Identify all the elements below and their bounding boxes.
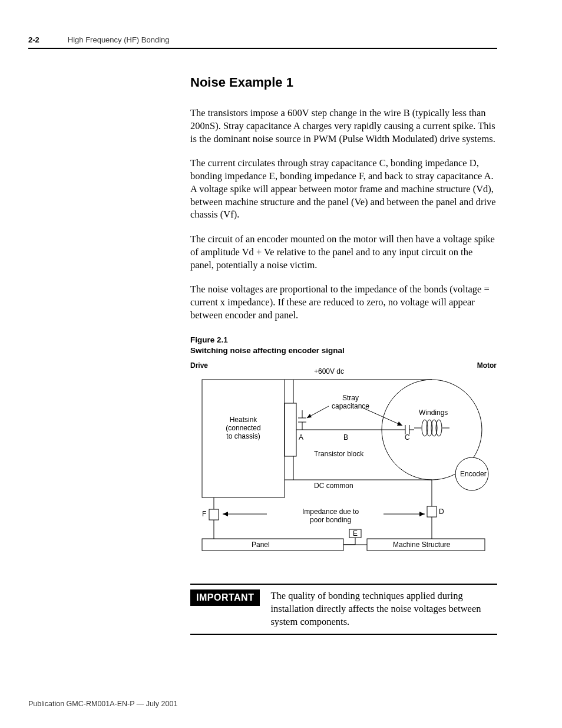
svg-rect-28: [427, 506, 437, 517]
svg-rect-31: [202, 539, 343, 551]
figure-caption-line1: Figure 2.1: [190, 335, 497, 345]
label-F: F: [202, 510, 206, 519]
figure-caption: Figure 2.1 Switching noise affecting enc…: [190, 335, 497, 356]
paragraph-2: The current circulates through stray cap…: [190, 157, 497, 221]
important-text: The quality of bonding techniques applie…: [270, 589, 497, 628]
paragraph-4: The noise voltages are proportional to t…: [190, 283, 497, 321]
label-A: A: [299, 434, 303, 442]
label-drive: Drive: [190, 362, 208, 370]
label-impedance: Impedance due to poor bonding: [302, 508, 359, 525]
label-B: B: [343, 434, 348, 442]
label-heatsink: Heatsink (connected to chassis): [220, 416, 267, 440]
label-machine: Machine Structure: [393, 541, 450, 549]
paragraph-1: The transistors impose a 600V step chang…: [190, 107, 497, 145]
label-stray: Stray capacitance: [332, 394, 369, 411]
svg-rect-1: [285, 403, 296, 456]
label-motor: Motor: [477, 362, 497, 370]
label-transistor: Transistor block: [314, 450, 363, 459]
label-600v: +600V dc: [314, 368, 344, 376]
important-tag: IMPORTANT: [190, 589, 260, 606]
header-rule: [28, 48, 497, 49]
figure-diagram: Drive Motor +600V dc Stray capacitance W…: [190, 362, 497, 562]
footer-publication: Publication GMC-RM001A-EN-P — July 2001: [28, 700, 177, 708]
svg-rect-30: [209, 509, 219, 520]
svg-marker-40: [419, 512, 425, 516]
header-title: High Frequency (HF) Bonding: [68, 35, 170, 44]
important-block: IMPORTANT The quality of bonding techniq…: [190, 584, 497, 635]
label-E: E: [353, 530, 358, 538]
label-panel: Panel: [252, 541, 270, 549]
label-D: D: [439, 508, 444, 516]
label-windings: Windings: [419, 409, 448, 417]
page-number: 2-2: [28, 35, 39, 44]
label-encoder: Encoder: [460, 470, 487, 479]
figure-caption-line2: Switching noise affecting encoder signal: [190, 345, 497, 356]
diagram-svg: [190, 362, 497, 562]
svg-marker-38: [223, 512, 228, 516]
label-C: C: [405, 434, 410, 442]
paragraph-3: The circuit of an encoder mounted on the…: [190, 233, 497, 271]
label-dccommon: DC common: [314, 482, 353, 490]
section-heading: Noise Example 1: [190, 75, 497, 90]
